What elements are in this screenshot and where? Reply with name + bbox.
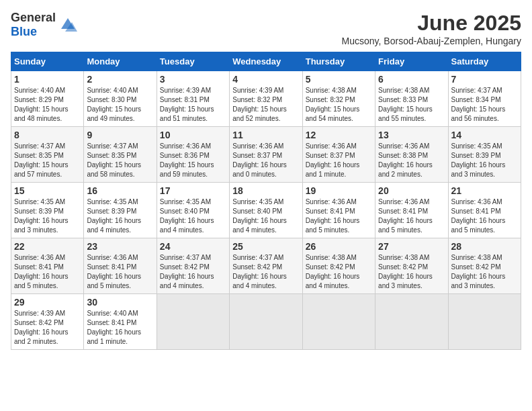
weekday-header-thursday: Thursday xyxy=(302,52,375,71)
day-number: 16 xyxy=(87,185,153,196)
day-number: 30 xyxy=(87,297,153,308)
day-info: Sunrise: 4:37 AMSunset: 8:42 PMDaylight:… xyxy=(160,253,226,291)
calendar-cell: 6Sunrise: 4:38 AMSunset: 8:33 PMDaylight… xyxy=(375,71,448,127)
calendar-cell: 16Sunrise: 4:35 AMSunset: 8:39 PMDayligh… xyxy=(84,183,157,238)
day-info: Sunrise: 4:37 AMSunset: 8:34 PMDaylight:… xyxy=(451,86,518,124)
day-info: Sunrise: 4:36 AMSunset: 8:38 PMDaylight:… xyxy=(378,142,445,179)
calendar-cell: 17Sunrise: 4:35 AMSunset: 8:40 PMDayligh… xyxy=(157,183,229,238)
calendar-cell: 20Sunrise: 4:36 AMSunset: 8:41 PMDayligh… xyxy=(375,183,448,238)
day-info: Sunrise: 4:39 AMSunset: 8:32 PMDaylight:… xyxy=(232,86,299,124)
calendar-cell: 11Sunrise: 4:36 AMSunset: 8:37 PMDayligh… xyxy=(230,127,302,183)
day-info: Sunrise: 4:35 AMSunset: 8:40 PMDaylight:… xyxy=(232,197,299,235)
day-number: 21 xyxy=(451,185,518,196)
day-number: 13 xyxy=(378,130,445,140)
day-info: Sunrise: 4:38 AMSunset: 8:42 PMDaylight:… xyxy=(306,253,372,291)
day-info: Sunrise: 4:36 AMSunset: 8:41 PMDaylight:… xyxy=(378,197,445,235)
day-number: 26 xyxy=(306,241,372,252)
calendar-cell xyxy=(375,294,448,350)
day-number: 11 xyxy=(232,130,299,140)
calendar-cell xyxy=(157,294,229,350)
day-number: 12 xyxy=(306,130,372,140)
weekday-header-monday: Monday xyxy=(84,52,157,71)
day-info: Sunrise: 4:39 AMSunset: 8:42 PMDaylight:… xyxy=(14,309,81,347)
calendar-cell: 15Sunrise: 4:35 AMSunset: 8:39 PMDayligh… xyxy=(11,183,84,238)
calendar-cell: 23Sunrise: 4:36 AMSunset: 8:41 PMDayligh… xyxy=(84,238,157,294)
title-area: June 2025 Mucsony, Borsod-Abauj-Zemplen,… xyxy=(342,11,521,46)
calendar-cell: 9Sunrise: 4:37 AMSunset: 8:35 PMDaylight… xyxy=(84,127,157,183)
calendar-cell: 1Sunrise: 4:40 AMSunset: 8:29 PMDaylight… xyxy=(11,71,84,127)
logo-general: General xyxy=(11,11,56,24)
calendar-cell xyxy=(448,294,521,350)
day-number: 20 xyxy=(378,185,445,196)
day-number: 9 xyxy=(87,130,153,140)
logo: General Blue xyxy=(11,11,77,39)
calendar-cell: 30Sunrise: 4:40 AMSunset: 8:41 PMDayligh… xyxy=(84,294,157,350)
calendar-cell: 25Sunrise: 4:37 AMSunset: 8:42 PMDayligh… xyxy=(230,238,302,294)
day-number: 23 xyxy=(87,241,153,252)
day-number: 19 xyxy=(306,185,372,196)
logo-text: General Blue xyxy=(11,11,56,39)
day-info: Sunrise: 4:35 AMSunset: 8:39 PMDaylight:… xyxy=(14,197,81,235)
day-number: 7 xyxy=(451,74,518,85)
day-info: Sunrise: 4:37 AMSunset: 8:35 PMDaylight:… xyxy=(14,142,81,179)
day-number: 18 xyxy=(232,185,299,196)
calendar-cell: 14Sunrise: 4:35 AMSunset: 8:39 PMDayligh… xyxy=(448,127,521,183)
day-number: 8 xyxy=(14,130,81,140)
calendar-cell: 24Sunrise: 4:37 AMSunset: 8:42 PMDayligh… xyxy=(157,238,229,294)
logo-blue: Blue xyxy=(11,25,37,38)
weekday-header-row: SundayMondayTuesdayWednesdayThursdayFrid… xyxy=(11,52,521,71)
calendar-cell: 10Sunrise: 4:36 AMSunset: 8:36 PMDayligh… xyxy=(157,127,229,183)
calendar-cell: 29Sunrise: 4:39 AMSunset: 8:42 PMDayligh… xyxy=(11,294,84,350)
day-number: 2 xyxy=(87,74,153,85)
calendar-cell: 8Sunrise: 4:37 AMSunset: 8:35 PMDaylight… xyxy=(11,127,84,183)
day-info: Sunrise: 4:40 AMSunset: 8:29 PMDaylight:… xyxy=(14,86,81,124)
day-info: Sunrise: 4:35 AMSunset: 8:39 PMDaylight:… xyxy=(87,197,153,235)
day-info: Sunrise: 4:36 AMSunset: 8:37 PMDaylight:… xyxy=(232,142,299,179)
weekday-header-friday: Friday xyxy=(375,52,448,71)
calendar-cell: 7Sunrise: 4:37 AMSunset: 8:34 PMDaylight… xyxy=(448,71,521,127)
day-info: Sunrise: 4:36 AMSunset: 8:41 PMDaylight:… xyxy=(451,197,518,235)
day-number: 1 xyxy=(14,74,81,85)
weekday-header-sunday: Sunday xyxy=(11,52,84,71)
day-info: Sunrise: 4:35 AMSunset: 8:40 PMDaylight:… xyxy=(160,197,226,235)
day-number: 28 xyxy=(451,241,518,252)
day-number: 10 xyxy=(160,130,226,140)
day-number: 17 xyxy=(160,185,226,196)
weekday-header-tuesday: Tuesday xyxy=(157,52,229,71)
day-info: Sunrise: 4:36 AMSunset: 8:41 PMDaylight:… xyxy=(87,253,153,291)
calendar-cell: 12Sunrise: 4:36 AMSunset: 8:37 PMDayligh… xyxy=(302,127,375,183)
calendar-cell: 18Sunrise: 4:35 AMSunset: 8:40 PMDayligh… xyxy=(230,183,302,238)
logo-icon xyxy=(58,15,77,34)
weekday-header-saturday: Saturday xyxy=(448,52,521,71)
day-info: Sunrise: 4:40 AMSunset: 8:30 PMDaylight:… xyxy=(87,86,153,124)
calendar-cell: 26Sunrise: 4:38 AMSunset: 8:42 PMDayligh… xyxy=(302,238,375,294)
day-number: 15 xyxy=(14,185,81,196)
calendar-cell xyxy=(230,294,302,350)
calendar-week-row: 15Sunrise: 4:35 AMSunset: 8:39 PMDayligh… xyxy=(11,183,521,238)
day-info: Sunrise: 4:36 AMSunset: 8:36 PMDaylight:… xyxy=(160,142,226,179)
day-info: Sunrise: 4:40 AMSunset: 8:41 PMDaylight:… xyxy=(87,309,153,347)
day-info: Sunrise: 4:38 AMSunset: 8:33 PMDaylight:… xyxy=(378,86,445,124)
day-info: Sunrise: 4:38 AMSunset: 8:32 PMDaylight:… xyxy=(306,86,372,124)
day-info: Sunrise: 4:37 AMSunset: 8:35 PMDaylight:… xyxy=(87,142,153,179)
day-number: 4 xyxy=(232,74,299,85)
page-header: General Blue June 2025 Mucsony, Borsod-A… xyxy=(11,11,521,46)
calendar-cell: 28Sunrise: 4:38 AMSunset: 8:42 PMDayligh… xyxy=(448,238,521,294)
day-number: 25 xyxy=(232,241,299,252)
day-number: 22 xyxy=(14,241,81,252)
calendar-cell xyxy=(302,294,375,350)
calendar-cell: 4Sunrise: 4:39 AMSunset: 8:32 PMDaylight… xyxy=(230,71,302,127)
calendar-cell: 5Sunrise: 4:38 AMSunset: 8:32 PMDaylight… xyxy=(302,71,375,127)
month-title: June 2025 xyxy=(342,11,521,36)
day-number: 5 xyxy=(306,74,372,85)
calendar-cell: 3Sunrise: 4:39 AMSunset: 8:31 PMDaylight… xyxy=(157,71,229,127)
weekday-header-wednesday: Wednesday xyxy=(230,52,302,71)
day-number: 24 xyxy=(160,241,226,252)
calendar-cell: 2Sunrise: 4:40 AMSunset: 8:30 PMDaylight… xyxy=(84,71,157,127)
day-info: Sunrise: 4:38 AMSunset: 8:42 PMDaylight:… xyxy=(451,253,518,291)
day-number: 27 xyxy=(378,241,445,252)
calendar-week-row: 22Sunrise: 4:36 AMSunset: 8:41 PMDayligh… xyxy=(11,238,521,294)
calendar-week-row: 1Sunrise: 4:40 AMSunset: 8:29 PMDaylight… xyxy=(11,71,521,127)
day-number: 6 xyxy=(378,74,445,85)
calendar-week-row: 8Sunrise: 4:37 AMSunset: 8:35 PMDaylight… xyxy=(11,127,521,183)
